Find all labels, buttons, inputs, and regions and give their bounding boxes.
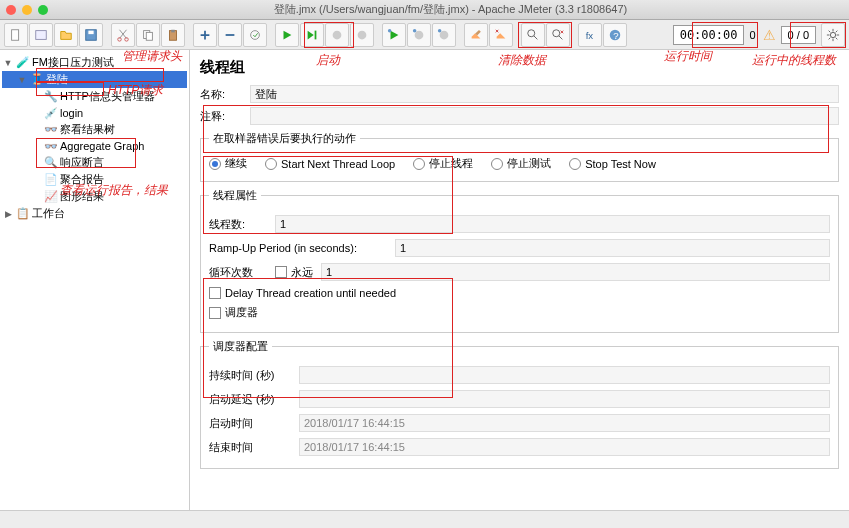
flask-icon: 🧪 xyxy=(16,56,30,70)
svg-point-14 xyxy=(388,28,392,32)
clear-all-button[interactable] xyxy=(489,23,513,47)
collapse-button[interactable] xyxy=(218,23,242,47)
gear-icon[interactable] xyxy=(821,23,845,47)
delay-creation-checkbox[interactable] xyxy=(209,287,221,299)
tree-test-plan[interactable]: ▼🧪FM接口压力测试 xyxy=(2,54,187,71)
magnifier-icon: 🔍 xyxy=(44,156,58,170)
expand-button[interactable] xyxy=(193,23,217,47)
spool-icon: 🧵 xyxy=(30,73,44,87)
duration-label: 持续时间 (秒) xyxy=(209,368,299,383)
forever-checkbox[interactable] xyxy=(275,266,287,278)
new-button[interactable] xyxy=(4,23,28,47)
close-icon[interactable] xyxy=(6,5,16,15)
reset-search-button[interactable] xyxy=(546,23,570,47)
scheduler-config-legend: 调度器配置 xyxy=(209,339,272,354)
svg-point-17 xyxy=(440,30,449,39)
loop-input[interactable] xyxy=(321,263,830,281)
scheduler-checkbox[interactable] xyxy=(209,307,221,319)
glasses-icon: 👓 xyxy=(44,123,58,137)
thread-props-fieldset: 线程属性 线程数: Ramp-Up Period (in seconds): 循… xyxy=(200,188,839,333)
svg-point-15 xyxy=(415,30,424,39)
window-title: 登陆.jmx (/Users/wangjuan/fm/登陆.jmx) - Apa… xyxy=(58,2,843,17)
chart-icon: 📈 xyxy=(44,190,58,204)
comment-label: 注释: xyxy=(200,109,250,124)
warning-icon: ⚠ xyxy=(763,27,776,43)
svg-point-13 xyxy=(358,30,367,39)
sampler-error-fieldset: 在取样器错误后要执行的动作 继续 Start Next Thread Loop … xyxy=(200,131,839,182)
toggle-button[interactable] xyxy=(243,23,267,47)
loop-label: 循环次数 xyxy=(209,265,269,280)
minimize-icon[interactable] xyxy=(22,5,32,15)
svg-rect-3 xyxy=(88,30,93,34)
clear-button[interactable] xyxy=(464,23,488,47)
end-time-label: 结束时间 xyxy=(209,440,299,455)
open-button[interactable] xyxy=(54,23,78,47)
radio-stop-test[interactable]: 停止测试 xyxy=(491,156,551,171)
report-icon: 📄 xyxy=(44,173,58,187)
svg-rect-9 xyxy=(171,29,175,32)
wrench-icon: 🔧 xyxy=(44,90,58,104)
tree-graph-results[interactable]: 📈图形结果 xyxy=(2,188,187,205)
svg-point-21 xyxy=(553,29,560,36)
titlebar: 登陆.jmx (/Users/wangjuan/fm/登陆.jmx) - Apa… xyxy=(0,0,849,20)
help-button[interactable]: ? xyxy=(603,23,627,47)
start-no-pause-button[interactable] xyxy=(300,23,324,47)
shutdown-button[interactable] xyxy=(350,23,374,47)
remote-shutdown-button[interactable] xyxy=(432,23,456,47)
test-plan-tree: ▼🧪FM接口压力测试 ▼🧵登陆 🔧HTTP信息头管理器 💉login 👓察看结果… xyxy=(0,50,190,528)
end-time-input[interactable] xyxy=(299,438,830,456)
templates-button[interactable] xyxy=(29,23,53,47)
tree-response-assertion[interactable]: 🔍响应断言 xyxy=(2,154,187,171)
tree-thread-group[interactable]: ▼🧵登陆 xyxy=(2,71,187,88)
delay-label: 启动延迟 (秒) xyxy=(209,392,299,407)
tree-workbench[interactable]: ▶📋工作台 xyxy=(2,205,187,222)
tree-aggregate-graph[interactable]: 👓Aggregate Graph xyxy=(2,138,187,154)
tree-http-header-manager[interactable]: 🔧HTTP信息头管理器 xyxy=(2,88,187,105)
radio-start-next-loop[interactable]: Start Next Thread Loop xyxy=(265,158,395,170)
remote-start-button[interactable] xyxy=(382,23,406,47)
comment-input[interactable] xyxy=(250,107,839,125)
radio-stop-thread[interactable]: 停止线程 xyxy=(413,156,473,171)
cut-button[interactable] xyxy=(111,23,135,47)
svg-point-20 xyxy=(528,29,535,36)
pipette-icon: 💉 xyxy=(44,106,58,120)
startup-delay-input[interactable] xyxy=(299,390,830,408)
svg-point-12 xyxy=(333,30,342,39)
remote-stop-button[interactable] xyxy=(407,23,431,47)
svg-rect-7 xyxy=(146,32,152,40)
tree-http-request[interactable]: 💉login xyxy=(2,105,187,121)
maximize-icon[interactable] xyxy=(38,5,48,15)
copy-button[interactable] xyxy=(136,23,160,47)
sampler-error-legend: 在取样器错误后要执行的动作 xyxy=(209,131,360,146)
svg-rect-11 xyxy=(315,30,317,39)
tree-view-results-tree[interactable]: 👓察看结果树 xyxy=(2,121,187,138)
svg-point-16 xyxy=(413,28,417,32)
name-label: 名称: xyxy=(200,87,250,102)
timer-display: 00:00:00 xyxy=(673,25,745,45)
stop-button[interactable] xyxy=(325,23,349,47)
glasses-icon: 👓 xyxy=(44,139,58,153)
paste-button[interactable] xyxy=(161,23,185,47)
radio-stop-test-now[interactable]: Stop Test Now xyxy=(569,158,656,170)
panel-title: 线程组 xyxy=(200,58,839,77)
name-input[interactable] xyxy=(250,85,839,103)
save-button[interactable] xyxy=(79,23,103,47)
svg-point-25 xyxy=(830,32,835,37)
tree-aggregate-report[interactable]: 📄聚合报告 xyxy=(2,171,187,188)
start-button[interactable] xyxy=(275,23,299,47)
radio-continue[interactable]: 继续 xyxy=(209,156,247,171)
thread-props-legend: 线程属性 xyxy=(209,188,261,203)
threads-input[interactable] xyxy=(275,215,830,233)
start-time-label: 启动时间 xyxy=(209,416,299,431)
warning-count: 0 xyxy=(745,27,759,43)
start-time-input[interactable] xyxy=(299,414,830,432)
function-helper-button[interactable]: fx xyxy=(578,23,602,47)
duration-input[interactable] xyxy=(299,366,830,384)
ramp-up-input[interactable] xyxy=(395,239,830,257)
svg-rect-1 xyxy=(36,30,47,39)
svg-text:fx: fx xyxy=(586,29,594,40)
thread-group-panel: 线程组 名称: 注释: 在取样器错误后要执行的动作 继续 Start Next … xyxy=(190,50,849,528)
ramp-up-label: Ramp-Up Period (in seconds): xyxy=(209,242,389,254)
threads-label: 线程数: xyxy=(209,217,269,232)
search-button[interactable] xyxy=(521,23,545,47)
